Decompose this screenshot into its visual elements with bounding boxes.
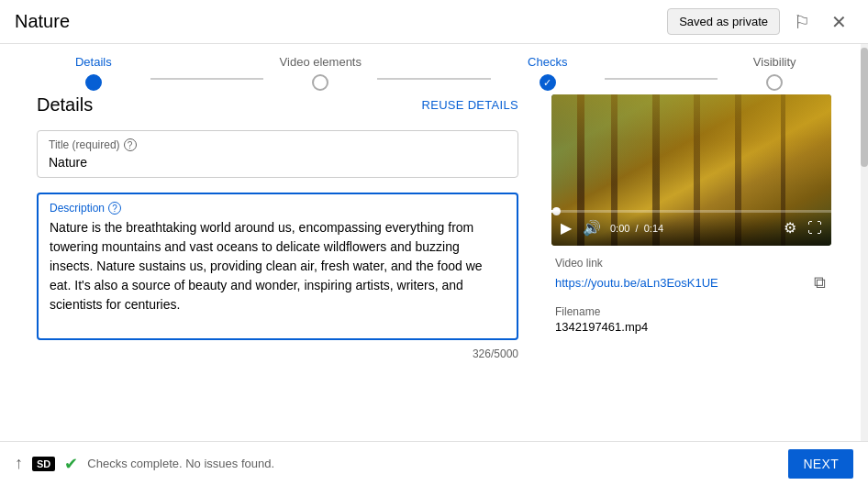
volume-icon: 🔊 — [583, 219, 601, 237]
close-icon: ✕ — [831, 11, 847, 33]
step-checks[interactable]: Checks ✓ — [491, 55, 605, 91]
settings-button[interactable]: ⚙ — [782, 217, 798, 238]
reuse-details-button[interactable]: REUSE DETAILS — [421, 98, 518, 112]
checkmark-icon: ✓ — [543, 78, 551, 88]
title-field-group: Title (required) ? — [37, 130, 518, 178]
header-actions: Saved as private ⚐ ✕ — [667, 7, 853, 37]
volume-button[interactable]: 🔊 — [581, 217, 603, 238]
char-count: 326/5000 — [37, 347, 518, 360]
close-button[interactable]: ✕ — [824, 7, 853, 37]
step-details-dot — [85, 74, 102, 91]
step-visibility[interactable]: Visibility — [718, 55, 831, 91]
status-text: Checks complete. No issues found. — [87, 457, 274, 470]
alert-icon: ⚐ — [794, 11, 810, 33]
upload-button[interactable]: ↑ — [15, 454, 23, 473]
video-link-row: https://youtu.be/aLn3EosK1UE ⧉ — [555, 271, 828, 294]
upload-icon: ↑ — [15, 454, 23, 473]
copy-link-button[interactable]: ⧉ — [812, 271, 828, 294]
step-checks-label: Checks — [528, 55, 567, 69]
right-panel: ▶ 🔊 0:00 / 0:14 ⚙ ⛶ Video l — [551, 94, 831, 418]
step-video-elements-dot — [312, 74, 328, 91]
connector-3 — [605, 78, 718, 80]
next-button[interactable]: NEXT — [788, 449, 853, 479]
settings-icon: ⚙ — [784, 219, 796, 237]
details-section-title: Details — [37, 94, 93, 116]
connector-1 — [150, 78, 264, 80]
description-textarea[interactable] — [50, 218, 506, 328]
video-link-anchor[interactable]: https://youtu.be/aLn3EosK1UE — [555, 276, 718, 290]
checks-complete-icon: ✔ — [64, 454, 78, 474]
bottom-left: ↑ SD ✔ Checks complete. No issues found. — [15, 454, 777, 474]
time-display: 0:00 / 0:14 — [610, 223, 774, 234]
video-preview: ▶ 🔊 0:00 / 0:14 ⚙ ⛶ — [551, 94, 831, 246]
play-button[interactable]: ▶ — [559, 217, 573, 238]
sd-badge: SD — [32, 457, 55, 471]
left-panel: Details REUSE DETAILS Title (required) ?… — [37, 94, 522, 418]
title-input[interactable] — [49, 155, 506, 170]
filename-label: Filename — [555, 305, 828, 318]
description-field-group: Description ? — [37, 193, 518, 340]
step-checks-dot: ✓ — [540, 74, 556, 91]
fullscreen-icon: ⛶ — [807, 220, 822, 237]
description-help-icon[interactable]: ? — [108, 202, 121, 215]
details-header: Details REUSE DETAILS — [37, 94, 518, 116]
page-title: Nature — [15, 11, 70, 32]
step-visibility-label: Visibility — [753, 55, 796, 69]
connector-2 — [377, 78, 491, 80]
step-details[interactable]: Details — [37, 55, 150, 91]
main-content: Details REUSE DETAILS Title (required) ?… — [0, 94, 868, 418]
video-controls: ▶ 🔊 0:00 / 0:14 ⚙ ⛶ — [551, 210, 831, 246]
step-video-elements-label: Video elements — [280, 55, 362, 69]
fullscreen-button[interactable]: ⛶ — [806, 218, 824, 238]
title-help-icon[interactable]: ? — [124, 138, 137, 151]
scrollbar-thumb[interactable] — [861, 48, 868, 167]
video-link-label: Video link — [555, 257, 828, 270]
video-info: Video link https://youtu.be/aLn3EosK1UE … — [551, 257, 831, 334]
description-label: Description ? — [50, 202, 506, 215]
stepper: Details Video elements Checks ✓ — [0, 44, 868, 94]
bottom-bar: ↑ SD ✔ Checks complete. No issues found.… — [0, 441, 868, 485]
step-details-label: Details — [75, 55, 112, 69]
title-label: Title (required) ? — [49, 138, 506, 151]
copy-icon: ⧉ — [814, 273, 826, 292]
play-icon: ▶ — [561, 219, 572, 237]
scrollbar[interactable] — [861, 44, 868, 441]
filename-value: 1342197461.mp4 — [555, 320, 828, 334]
step-visibility-dot — [766, 74, 783, 91]
alert-button[interactable]: ⚐ — [787, 7, 817, 37]
saved-status-button[interactable]: Saved as private — [667, 8, 780, 35]
step-video-elements[interactable]: Video elements — [263, 55, 377, 91]
app-header: Nature Saved as private ⚐ ✕ — [0, 0, 868, 44]
